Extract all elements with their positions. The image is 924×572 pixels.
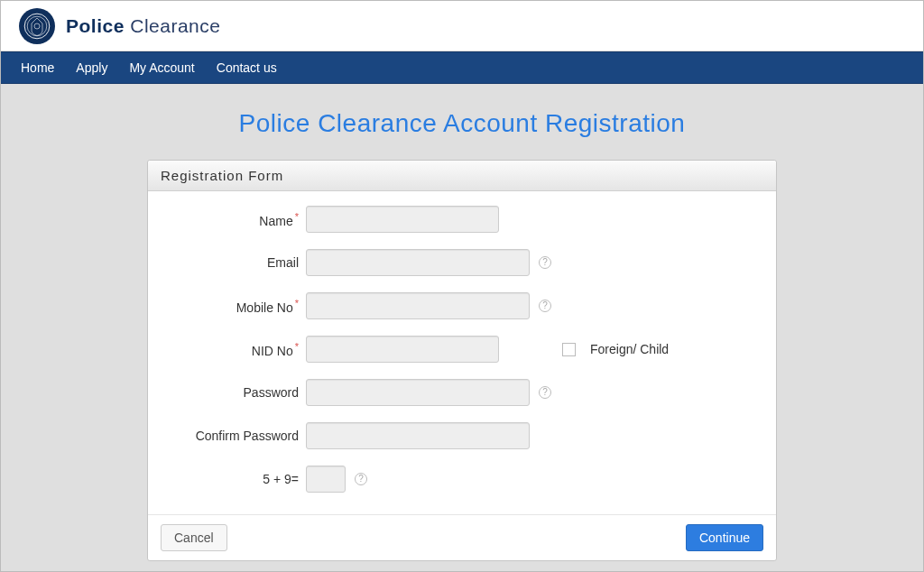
brand-title: Police Clearance	[66, 15, 220, 37]
email-help-icon[interactable]: ?	[539, 256, 551, 269]
cancel-button[interactable]: Cancel	[161, 524, 227, 551]
svg-point-0	[24, 14, 50, 39]
logo-badge-icon	[19, 8, 55, 44]
email-label: Email	[166, 255, 306, 270]
nav-my-account[interactable]: My Account	[118, 53, 205, 82]
page-title: Police Clearance Account Registration	[1, 109, 923, 138]
brand-strong: Police	[66, 15, 125, 36]
header-bar: Police Clearance	[1, 1, 923, 51]
captcha-help-icon[interactable]: ?	[355, 473, 367, 485]
captcha-input[interactable]	[306, 466, 346, 493]
mobile-help-icon[interactable]: ?	[539, 300, 551, 312]
name-input[interactable]	[306, 206, 499, 233]
registration-panel: Registration Form Name* Email ? Mobile N…	[147, 160, 777, 561]
nav-apply[interactable]: Apply	[65, 53, 118, 82]
mobile-input[interactable]	[306, 292, 530, 319]
password-label: Password	[166, 385, 306, 400]
email-input[interactable]	[306, 249, 530, 276]
panel-header: Registration Form	[148, 161, 776, 191]
nav-home[interactable]: Home	[10, 53, 65, 82]
svg-point-2	[34, 23, 40, 29]
password-input[interactable]	[306, 379, 530, 406]
password-help-icon[interactable]: ?	[539, 386, 551, 399]
mobile-label: Mobile No*	[166, 298, 306, 315]
nav-contact-us[interactable]: Contact us	[206, 53, 288, 82]
foreign-child-label: Foreign/ Child	[590, 342, 669, 356]
navbar: Home Apply My Account Contact us	[1, 51, 923, 84]
brand-light: Clearance	[125, 15, 221, 36]
confirm-password-input[interactable]	[306, 422, 530, 449]
continue-button[interactable]: Continue	[686, 524, 763, 551]
confirm-password-label: Confirm Password	[166, 429, 306, 443]
nid-label: NID No*	[166, 341, 306, 358]
captcha-label: 5 + 9=	[166, 472, 306, 486]
name-label: Name*	[166, 211, 306, 228]
foreign-child-checkbox[interactable]	[562, 343, 576, 356]
svg-point-1	[27, 16, 47, 36]
nid-input[interactable]	[306, 336, 499, 363]
